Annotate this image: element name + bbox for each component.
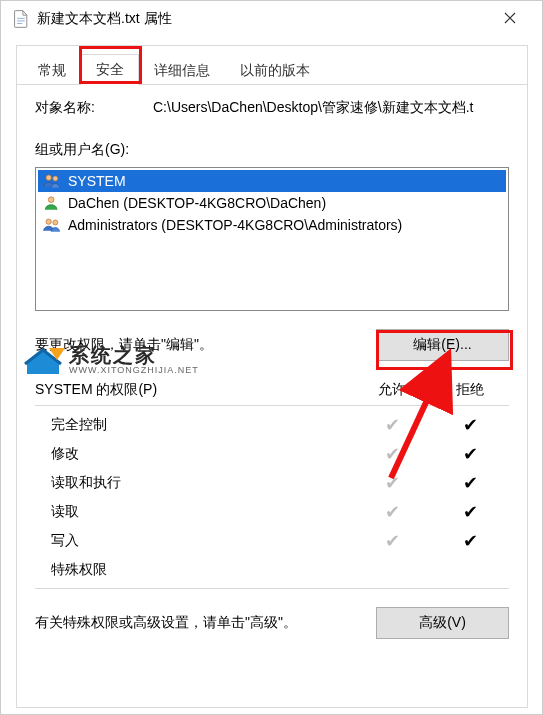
dialog-body: 常规 安全 详细信息 以前的版本 对象名称: C:\Users\DaChen\D…: [16, 45, 528, 708]
svg-point-4: [53, 220, 58, 225]
close-icon: [504, 10, 516, 28]
permissions-label: SYSTEM 的权限(P): [35, 381, 353, 399]
svg-point-2: [48, 197, 54, 203]
deny-header: 拒绝: [431, 381, 509, 399]
tab-general[interactable]: 常规: [23, 55, 81, 85]
object-name-row: 对象名称: C:\Users\DaChen\Desktop\管家速修\新建文本文…: [35, 99, 509, 117]
deny-check-icon: ✔: [431, 503, 509, 521]
deny-check-icon: ✔: [431, 416, 509, 434]
deny-check-icon: ✔: [431, 474, 509, 492]
allow-header: 允许: [353, 381, 431, 399]
allow-check-icon: ✔: [353, 416, 431, 434]
permission-row: 读取✔✔: [35, 497, 509, 526]
allow-check-icon: ✔: [353, 503, 431, 521]
properties-dialog: 新建文本文档.txt 属性 常规 安全 详细信息 以前的版本 对象名称: C:\…: [0, 0, 543, 715]
deny-check-icon: ✔: [431, 532, 509, 550]
permission-name: 写入: [35, 532, 353, 550]
svg-point-1: [53, 176, 58, 181]
allow-check-icon: ✔: [353, 445, 431, 463]
allow-check-icon: ✔: [353, 532, 431, 550]
svg-point-3: [46, 219, 51, 224]
advanced-button[interactable]: 高级(V): [376, 607, 509, 639]
list-item[interactable]: SYSTEM: [38, 170, 506, 192]
window-title: 新建文本文档.txt 属性: [37, 10, 488, 28]
tab-previous-versions[interactable]: 以前的版本: [225, 55, 325, 85]
permission-name: 读取和执行: [35, 474, 353, 492]
permission-row: 修改✔✔: [35, 439, 509, 468]
close-button[interactable]: [488, 4, 532, 34]
list-item-label: Administrators (DESKTOP-4KG8CRO\Administ…: [68, 217, 402, 233]
group-icon: [42, 216, 62, 234]
group-user-label: 组或用户名(G):: [35, 141, 509, 159]
group-user-list[interactable]: SYSTEM DaChen (DESKTOP-4KG8CRO\DaChen): [35, 167, 509, 311]
document-icon: [13, 10, 29, 28]
user-icon: [42, 194, 62, 212]
deny-check-icon: ✔: [431, 445, 509, 463]
permission-name: 完全控制: [35, 416, 353, 434]
list-item-label: SYSTEM: [68, 173, 126, 189]
group-icon: [42, 172, 62, 190]
tab-security[interactable]: 安全: [81, 54, 139, 85]
edit-hint: 要更改权限，请单击"编辑"。: [35, 336, 376, 354]
permission-name: 特殊权限: [35, 561, 353, 579]
permission-row: 特殊权限: [35, 555, 509, 584]
list-item[interactable]: Administrators (DESKTOP-4KG8CRO\Administ…: [38, 214, 506, 236]
list-item[interactable]: DaChen (DESKTOP-4KG8CRO\DaChen): [38, 192, 506, 214]
edit-button[interactable]: 编辑(E)...: [376, 329, 509, 361]
permission-row: 写入✔✔: [35, 526, 509, 555]
titlebar[interactable]: 新建文本文档.txt 属性: [1, 1, 542, 37]
object-name-value: C:\Users\DaChen\Desktop\管家速修\新建文本文档.t: [153, 99, 509, 117]
permission-row: 完全控制✔✔: [35, 410, 509, 439]
tab-details[interactable]: 详细信息: [139, 55, 225, 85]
allow-check-icon: ✔: [353, 474, 431, 492]
tab-bar: 常规 安全 详细信息 以前的版本: [17, 46, 527, 85]
permissions-list: 完全控制✔✔修改✔✔读取和执行✔✔读取✔✔写入✔✔特殊权限: [35, 405, 509, 589]
permission-name: 读取: [35, 503, 353, 521]
permission-name: 修改: [35, 445, 353, 463]
object-name-label: 对象名称:: [35, 99, 153, 117]
advanced-hint: 有关特殊权限或高级设置，请单击"高级"。: [35, 614, 376, 632]
permission-row: 读取和执行✔✔: [35, 468, 509, 497]
svg-point-0: [46, 175, 51, 180]
list-item-label: DaChen (DESKTOP-4KG8CRO\DaChen): [68, 195, 326, 211]
